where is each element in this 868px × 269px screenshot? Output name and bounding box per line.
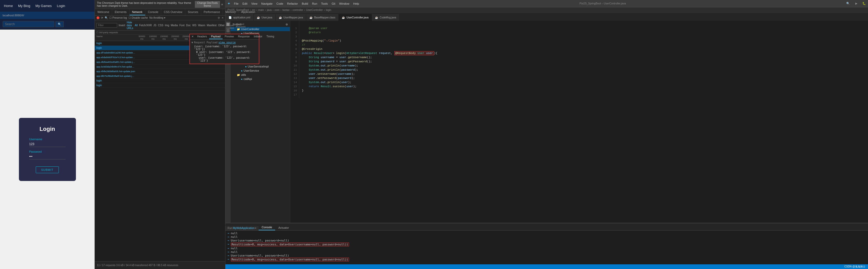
run-app-toolbar[interactable]: ▶ <box>855 2 857 5</box>
filter-manifest[interactable]: Manifest <box>207 24 217 27</box>
network-item[interactable]: app.4f4fe280b8fa005.hot-update.json <box>95 69 225 74</box>
breadcrumb-item[interactable]: java <box>267 8 272 11</box>
more-options-icon[interactable]: ⚙ <box>218 16 220 19</box>
close-devtools-icon[interactable]: ✕ <box>221 16 224 19</box>
tab-codemsg-java[interactable]: ☕ CodeMsg.java <box>372 14 400 21</box>
tab-performance[interactable]: Performance <box>201 9 223 15</box>
filter-all[interactable]: All <box>135 24 137 27</box>
submit-button[interactable]: SUBMIT <box>36 166 59 173</box>
tab-usermapper-java[interactable]: ☕ UserMapper.java <box>276 14 307 21</box>
payload-tab-response[interactable]: Response <box>236 34 252 39</box>
search-everywhere-icon[interactable]: 🔍 <box>846 2 850 5</box>
payload-tab-preview[interactable]: Preview <box>223 34 236 39</box>
tree-item-utils[interactable]: 📁 utils <box>230 73 290 77</box>
menu-help[interactable]: Help <box>353 2 359 5</box>
code-editor[interactable]: 1 2 3 4 5 6 7 8 9 10 11 12 13 14 15 16 1 <box>290 21 868 223</box>
filter-img[interactable]: Img <box>165 24 169 27</box>
line-numbers: 1 2 3 4 5 6 7 8 9 10 11 12 13 14 15 16 1 <box>290 21 299 98</box>
tab-usercontroller-java[interactable]: ☕ UserController.java <box>339 14 372 21</box>
debug-toolbar[interactable]: 🐛 <box>862 2 866 5</box>
tab-sources[interactable]: Sources <box>185 9 201 15</box>
breadcrumb-item[interactable]: com <box>275 8 280 11</box>
password-input[interactable] <box>29 154 66 159</box>
throttling-select[interactable]: No throttling ▾ <box>150 16 165 19</box>
filter-media[interactable]: Media <box>171 24 178 27</box>
menu-navigate[interactable]: Navigate <box>261 2 272 5</box>
tab-network[interactable]: Network <box>129 9 145 15</box>
nav-login[interactable]: Login <box>57 4 65 8</box>
menu-view[interactable]: View <box>251 2 257 5</box>
filter-font[interactable]: Font <box>179 24 184 27</box>
filter-other[interactable]: Other <box>218 24 225 27</box>
third-party-checkbox[interactable]: ☐ 3rd-party requests <box>96 31 118 34</box>
filter-css[interactable]: CSS <box>158 24 163 27</box>
tab-memory[interactable]: Memory <box>223 9 239 15</box>
hide-data-urls[interactable]: Hide data URLs <box>127 21 133 30</box>
tab-console[interactable]: Console <box>145 9 161 15</box>
blocked-cookies[interactable]: Has blocked cookies <box>226 22 234 29</box>
menu-edit[interactable]: Edit <box>243 2 247 5</box>
payload-tab-payload[interactable]: Payload <box>209 34 223 39</box>
devtools-status-bar: 11 / 17 requests 3.6 kB / 34.4 kB transf… <box>95 261 225 269</box>
network-item[interactable]: login <box>95 83 225 88</box>
tab-application[interactable]: Application <box>239 9 258 15</box>
menu-window[interactable]: Window <box>339 2 349 5</box>
nav-games[interactable]: My Games <box>35 4 52 8</box>
filter-icon[interactable]: 🔍 <box>105 16 108 19</box>
blocked-requests[interactable]: Blocked Requests <box>236 23 246 28</box>
payload-close-icon[interactable]: ✕ <box>190 34 195 39</box>
filter-ws[interactable]: WS <box>192 24 196 27</box>
view-source-link[interactable]: view source <box>218 41 236 44</box>
nav-blog[interactable]: My Blog <box>18 4 30 8</box>
tab-console[interactable]: Console <box>258 224 275 230</box>
run-app-link[interactable]: MyWebApplication <box>233 227 254 230</box>
menu-git[interactable]: Git <box>332 2 335 5</box>
filter-wasm[interactable]: Wasm <box>198 24 205 27</box>
menu-file[interactable]: File <box>234 2 239 5</box>
filter-doc[interactable]: Doc <box>186 24 191 27</box>
menu-tools[interactable]: Tools <box>321 2 328 5</box>
tab-welcome[interactable]: Welcome <box>95 9 112 15</box>
filter-fetch-xhr[interactable]: Fetch/XHR <box>139 24 152 27</box>
filter-js[interactable]: JS <box>153 24 156 27</box>
notification-close-icon[interactable]: ✕ <box>221 3 223 6</box>
breadcrumb-item[interactable]: main <box>258 8 264 11</box>
tab-elements[interactable]: Elements <box>112 9 129 15</box>
network-item[interactable]: app.5c9d3da34b98c474.hot-update.json <box>95 64 225 69</box>
tree-item-callapi[interactable]: ● callApi <box>230 77 290 81</box>
tree-options-icon[interactable]: ⚙ <box>285 23 288 26</box>
menu-code[interactable]: Code <box>276 2 283 5</box>
preserve-log-checkbox[interactable]: ☐ Preserve log <box>109 16 127 19</box>
filter-input[interactable] <box>96 23 117 28</box>
menu-run[interactable]: Run <box>312 2 317 5</box>
clear-icon[interactable]: ⟳ <box>101 16 103 19</box>
menu-refactor[interactable]: Refactor <box>287 2 298 5</box>
nav-home[interactable]: Home <box>4 4 13 8</box>
breadcrumb-item[interactable]: taotao <box>282 8 290 11</box>
line-num: 17 <box>292 93 297 97</box>
invert-label[interactable]: Invert <box>119 24 125 27</box>
breadcrumb-item[interactable]: login <box>326 8 331 11</box>
network-item[interactable]: app.bfb75cf8bd03fa0f.hot-update.json <box>95 74 225 78</box>
record-stop-icon[interactable]: 🔴 <box>96 16 99 19</box>
tree-item-userservice[interactable]: ● UserService <box>230 69 290 73</box>
disable-cache-checkbox[interactable]: ☐ Disable cache <box>128 16 148 19</box>
search-button[interactable]: 🔍 <box>56 21 64 27</box>
tab-css-overview[interactable]: CSS Overview <box>161 9 185 15</box>
payload-tab-headers[interactable]: Headers <box>195 34 209 39</box>
tree-item-userserviceimpl[interactable]: ● UserServiceImpl <box>230 64 290 69</box>
payload-tab-initiator[interactable]: Initiator <box>252 34 265 39</box>
breadcrumb-item[interactable]: UserController <box>306 8 322 11</box>
tab-basemapper-class[interactable]: ☕ BaseMapper.class <box>306 14 339 21</box>
tab-icon: 📄 <box>228 16 231 19</box>
change-theme-button[interactable]: Change DevTools theme <box>195 1 220 8</box>
menu-build[interactable]: Build <box>302 2 308 5</box>
breadcrumb-item[interactable]: controller <box>292 8 303 11</box>
network-item[interactable]: login <box>95 78 225 83</box>
ide-panel: ✦ File Edit View Navigate Code Refactor … <box>225 0 868 269</box>
search-input[interactable] <box>3 21 54 27</box>
payload-tab-timing[interactable]: Timing <box>264 34 276 39</box>
tab-actuator[interactable]: Actuator <box>275 225 292 230</box>
username-input[interactable] <box>29 141 66 147</box>
commit-icon[interactable] <box>226 29 229 32</box>
